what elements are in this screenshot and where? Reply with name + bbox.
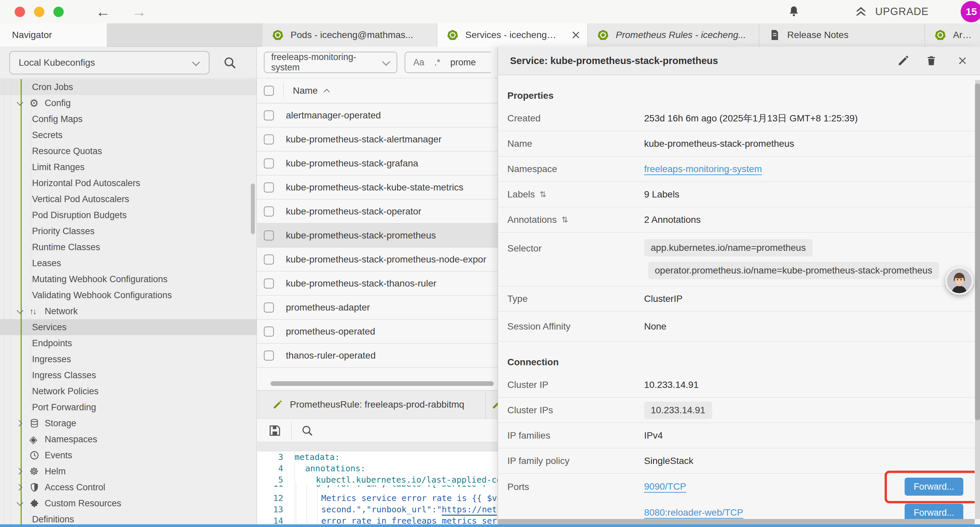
code-line[interactable]: 14 error rate in freeleaps metrics ser xyxy=(257,515,498,524)
forward-button[interactable]: Forward... xyxy=(905,504,963,519)
table-row[interactable]: kube-prometheus-stack-thanos-ruler xyxy=(257,272,498,296)
sidebar-tree-item[interactable]: Ingress Classes xyxy=(0,367,256,383)
app-tab[interactable]: Release Notes xyxy=(759,23,925,47)
row-checkbox[interactable] xyxy=(264,255,274,264)
tab-close-icon[interactable] xyxy=(571,31,580,39)
sidebar-tree-item[interactable]: Access Control xyxy=(0,479,256,495)
app-tab[interactable]: Pods - icecheng@mathmas... xyxy=(262,23,437,47)
runbook-url-link[interactable]: https://net xyxy=(442,505,497,514)
upgrade-button[interactable]: UPGRADE xyxy=(854,5,929,19)
sidebar-tree-item[interactable]: Custom Resources xyxy=(0,495,256,511)
dock-tab-prometheusrule[interactable]: PrometheusRule: freeleaps-prod-rabbitmq xyxy=(257,390,486,418)
chevron-spacer[interactable] xyxy=(16,435,25,444)
row-checkbox[interactable] xyxy=(264,207,274,217)
delete-icon[interactable] xyxy=(925,55,937,67)
select-all-checkbox[interactable] xyxy=(264,86,274,96)
app-tab[interactable]: Argo Se xyxy=(925,23,980,47)
row-checkbox[interactable] xyxy=(264,134,274,145)
namespace-link[interactable]: freeleaps-monitoring-system xyxy=(644,164,762,174)
namespace-selector[interactable]: freeleaps-monitoring-system xyxy=(264,52,397,73)
sidebar-tree-item[interactable]: Priority Classes xyxy=(0,223,256,239)
sidebar-tree-item[interactable]: Vertical Pod Autoscalers xyxy=(0,191,256,207)
row-checkbox[interactable] xyxy=(264,110,274,120)
avatar[interactable] xyxy=(945,267,973,295)
sidebar-tree-item[interactable]: ⚙ Config xyxy=(0,95,256,111)
search-icon[interactable] xyxy=(223,56,237,70)
chevron-down-icon[interactable] xyxy=(16,307,25,315)
app-tab[interactable]: Services - icecheng@math... xyxy=(437,23,588,47)
port-link[interactable]: 9090/TCP xyxy=(644,481,686,492)
sidebar-tree-item[interactable]: Services xyxy=(0,319,256,335)
sidebar-tree-item[interactable]: Secrets xyxy=(0,127,256,143)
sidebar-tree-item[interactable]: Resource Quotas xyxy=(0,143,256,159)
dock-tab-next[interactable] xyxy=(486,390,498,418)
forward-button[interactable]: Forward... xyxy=(905,478,963,496)
row-checkbox[interactable] xyxy=(264,231,274,240)
sidebar-tree-item[interactable]: Leases xyxy=(0,255,256,271)
sidebar-tree-item[interactable]: Cron Jobs xyxy=(0,79,256,95)
table-search-input[interactable]: Aa .* prome xyxy=(405,52,491,73)
table-row[interactable]: kube-prometheus-stack-prometheus xyxy=(257,223,498,247)
sidebar-tree-item[interactable]: Storage xyxy=(0,415,256,431)
sidebar-tree-item[interactable]: Horizontal Pod Autoscalers xyxy=(0,175,256,191)
code-line[interactable]: 3 metadata: xyxy=(257,451,498,463)
sidebar-tree-item[interactable]: Mutating Webhook Configurations xyxy=(0,271,256,287)
details-horizontal-scrollbar[interactable] xyxy=(498,519,975,524)
chevron-right-icon[interactable] xyxy=(16,467,25,476)
edit-icon[interactable] xyxy=(897,55,909,67)
sidebar-tree-item[interactable]: ◈ Namespaces xyxy=(0,431,256,447)
name-column-header[interactable]: Name xyxy=(293,85,318,96)
app-tab[interactable]: Prometheus Rules - icecheng... xyxy=(588,23,759,47)
navigator-panel-tab[interactable]: Navigator xyxy=(0,23,107,47)
sidebar-tree-item[interactable]: Port Forwarding xyxy=(0,399,256,415)
minimize-window-button[interactable] xyxy=(34,7,45,17)
table-row[interactable]: kube-prometheus-stack-prometheus-node-ex… xyxy=(257,247,498,272)
sidebar-tree-item[interactable]: Validating Webhook Configurations xyxy=(0,287,256,303)
sidebar-tree-item[interactable]: ↑↓ Network xyxy=(0,303,256,319)
code-line[interactable]: 11 o","for":"1m","labels":{"service":" xyxy=(257,485,498,492)
sidebar-tree-item[interactable]: Events xyxy=(0,447,256,463)
sidebar-tree-item[interactable]: Ingresses xyxy=(0,351,256,367)
chevron-right-icon[interactable] xyxy=(16,483,25,492)
regex-icon[interactable]: .* xyxy=(434,57,440,68)
row-checkbox[interactable] xyxy=(264,182,274,193)
row-checkbox[interactable] xyxy=(264,279,274,288)
row-checkbox[interactable] xyxy=(264,303,274,312)
table-row[interactable]: kube-prometheus-stack-kube-state-metrics xyxy=(257,175,498,199)
row-checkbox[interactable] xyxy=(264,326,274,336)
sidebar-tree-item[interactable]: Network Policies xyxy=(0,383,256,399)
sidebar-tree-item[interactable]: ☸ Helm xyxy=(0,463,256,479)
sidebar-scrollbar[interactable] xyxy=(251,183,255,234)
code-line[interactable]: 5 kubectl.kubernetes.io/last-applied-co xyxy=(257,474,498,485)
table-row[interactable]: prometheus-operated xyxy=(257,320,498,344)
port-link[interactable]: 8080:reloader-web/TCP xyxy=(644,507,743,518)
code-line[interactable]: 12 Metrics service error rate is {{ $va xyxy=(257,492,498,504)
yaml-editor[interactable]: 3 metadata: 4 annotations: 5 kubectl.kub… xyxy=(257,451,498,524)
chevron-down-icon[interactable] xyxy=(16,499,25,508)
details-scrollbar[interactable] xyxy=(975,83,980,420)
sort-toggle-icon[interactable]: ⇅ xyxy=(540,190,546,199)
table-row[interactable]: kube-prometheus-stack-grafana xyxy=(257,151,498,175)
table-row[interactable]: kube-prometheus-stack-operator xyxy=(257,199,498,223)
chevron-spacer[interactable] xyxy=(16,451,25,460)
sidebar-tree-item[interactable]: Runtime Classes xyxy=(0,239,256,255)
table-row[interactable]: kube-prometheus-stack-alertmanager xyxy=(257,127,498,151)
forward-arrow-icon[interactable]: → xyxy=(132,3,146,20)
close-icon[interactable] xyxy=(958,56,967,65)
sidebar-tree-item[interactable]: Endpoints xyxy=(0,335,256,351)
close-window-button[interactable] xyxy=(15,7,25,17)
chevron-right-icon[interactable] xyxy=(16,419,25,428)
notification-badge[interactable]: 15 xyxy=(961,1,980,22)
table-row[interactable]: prometheus-adapter xyxy=(257,296,498,320)
bell-icon[interactable] xyxy=(787,5,800,18)
chevron-down-icon[interactable] xyxy=(16,99,25,107)
sidebar-tree-item[interactable]: Pod Disruption Budgets xyxy=(0,207,256,223)
sidebar-tree-item[interactable]: Config Maps xyxy=(0,111,256,127)
maximize-window-button[interactable] xyxy=(53,7,64,17)
search-icon[interactable] xyxy=(301,424,313,437)
table-horizontal-scrollbar[interactable] xyxy=(270,381,494,386)
code-line[interactable]: 13 second.","runbook_url":"https://net xyxy=(257,504,498,515)
code-line[interactable]: 4 annotations: xyxy=(257,463,498,474)
sidebar-tree-item[interactable]: Limit Ranges xyxy=(0,159,256,175)
table-row[interactable]: thanos-ruler-operated xyxy=(257,344,498,368)
